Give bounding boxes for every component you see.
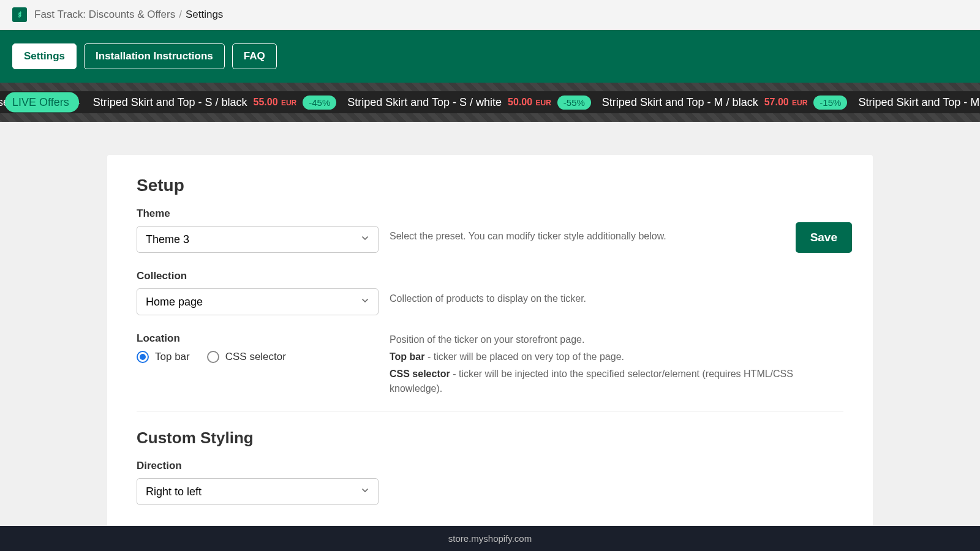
ticker-strip: Blouse50.00 EUR—Striped Skirt and Top - … (0, 91, 980, 113)
tab-faq[interactable]: FAQ (232, 43, 277, 69)
settings-card: Setup Theme Theme 3 Select the preset. Y… (107, 155, 873, 551)
radio-topbar-label: Top bar (155, 351, 190, 363)
location-radio-group: Top bar CSS selector (137, 351, 379, 363)
location-label: Location (137, 332, 379, 345)
theme-label: Theme (137, 208, 379, 220)
radio-css-selector[interactable]: CSS selector (207, 351, 286, 363)
field-direction: Direction Right to left (137, 460, 843, 505)
ticker-item-price: 50.00 EUR (508, 97, 551, 108)
theme-select[interactable]: Theme 3 (137, 226, 379, 253)
ticker-item: Striped Skirt and Top - M / (858, 96, 980, 109)
field-theme: Theme Theme 3 Select the preset. You can… (137, 208, 843, 253)
collection-label: Collection (137, 270, 379, 282)
breadcrumb: ♯ Fast Track: Discounts & Offers / Setti… (0, 0, 980, 30)
ticker-item-name: Striped Skirt and Top - M / (858, 96, 980, 109)
breadcrumb-app[interactable]: Fast Track: Discounts & Offers (34, 9, 175, 21)
field-location: Location Top bar CSS selector Position o… (137, 332, 843, 399)
ticker-item: Striped Skirt and Top - S / black55.00 E… (93, 96, 337, 110)
location-help-css: CSS selector - ticker will be injected i… (390, 367, 843, 396)
footer-domain-bar: store.myshopify.com (0, 526, 980, 551)
ticker-item-price: 55.00 EUR (254, 97, 297, 108)
section-title-styling: Custom Styling (137, 429, 843, 448)
footer-domain: store.myshopify.com (448, 533, 532, 544)
location-help-topbar: Top bar - ticker will be placed on very … (390, 350, 843, 364)
ticker-item-name: Striped Skirt and Top - M / black (602, 96, 758, 109)
ticker-item-discount: -55% (557, 96, 591, 110)
breadcrumb-current: Settings (186, 9, 223, 21)
ticker-item-discount: -15% (813, 96, 847, 110)
section-divider (137, 411, 843, 411)
location-help-intro: Position of the ticker on your storefron… (390, 332, 843, 347)
main-nav: Settings Installation Instructions FAQ (0, 30, 980, 83)
app-logo-icon: ♯ (12, 7, 27, 22)
section-title-setup: Setup (137, 176, 843, 195)
ticker-item: Striped Skirt and Top - S / white50.00 E… (347, 96, 591, 110)
collection-select[interactable]: Home page (137, 288, 379, 315)
ticker-item: Striped Skirt and Top - M / black57.00 E… (602, 96, 848, 110)
radio-css-label: CSS selector (225, 351, 286, 363)
collection-help: Collection of products to display on the… (390, 270, 843, 304)
location-help: Position of the ticker on your storefron… (390, 332, 843, 399)
ticker-item-discount: -45% (303, 96, 336, 110)
ticker-preview: LIVE Offers Blouse50.00 EUR—Striped Skir… (0, 83, 980, 122)
breadcrumb-separator: / (179, 9, 182, 21)
radio-unchecked-icon (207, 351, 219, 363)
direction-label: Direction (137, 460, 379, 472)
live-offers-badge: LIVE Offers (5, 92, 79, 113)
tab-settings[interactable]: Settings (12, 43, 77, 69)
tab-install-instructions[interactable]: Installation Instructions (84, 43, 225, 69)
theme-help: Select the preset. You can modify ticker… (390, 208, 843, 242)
direction-select[interactable]: Right to left (137, 478, 379, 505)
ticker-item-name: Striped Skirt and Top - S / white (347, 96, 502, 109)
radio-topbar[interactable]: Top bar (137, 351, 190, 363)
save-button[interactable]: Save (796, 222, 852, 253)
radio-checked-icon (137, 351, 149, 363)
ticker-item-price: 57.00 EUR (764, 97, 808, 108)
ticker-item-name: Striped Skirt and Top - S / black (93, 96, 247, 109)
field-collection: Collection Home page Collection of produ… (137, 270, 843, 315)
